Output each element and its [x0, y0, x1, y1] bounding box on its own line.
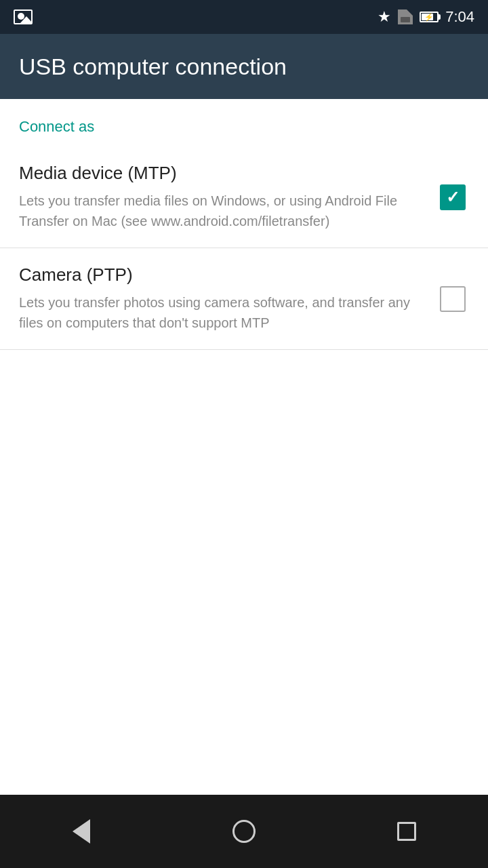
svg-rect-1: [401, 17, 410, 22]
nav-bar: [0, 795, 488, 868]
mtp-checkbox[interactable]: [436, 181, 469, 214]
mtp-description: Lets you transfer media files on Windows…: [19, 191, 423, 231]
status-bar-right: ★ ⚡ 7:04: [378, 8, 474, 26]
ptp-checkbox[interactable]: [436, 283, 469, 315]
ptp-title: Camera (PTP): [19, 264, 423, 285]
mtp-checkbox-checked: [440, 184, 466, 210]
home-icon: [232, 820, 256, 843]
recents-icon: [397, 822, 416, 841]
section-header: Connect as: [0, 99, 488, 146]
back-button[interactable]: [54, 811, 108, 852]
sim-icon: [398, 9, 413, 24]
section-label: Connect as: [19, 118, 94, 135]
image-icon: [14, 9, 33, 24]
mtp-content: Media device (MTP) Lets you transfer med…: [19, 163, 436, 231]
home-button[interactable]: [217, 811, 271, 852]
toolbar: USB computer connection: [0, 34, 488, 99]
ptp-description: Lets you transfer photos using camera so…: [19, 292, 423, 333]
status-time: 7:04: [445, 8, 474, 26]
recents-button[interactable]: [380, 811, 434, 852]
page-title: USB computer connection: [19, 54, 287, 80]
star-icon: ★: [378, 8, 391, 26]
ptp-content: Camera (PTP) Lets you transfer photos us…: [19, 264, 436, 333]
ptp-option[interactable]: Camera (PTP) Lets you transfer photos us…: [0, 248, 488, 350]
mtp-option[interactable]: Media device (MTP) Lets you transfer med…: [0, 146, 488, 248]
mtp-title: Media device (MTP): [19, 163, 423, 184]
status-bar: ★ ⚡ 7:04: [0, 0, 488, 34]
ptp-checkbox-unchecked: [440, 286, 466, 312]
status-bar-left: [14, 9, 378, 24]
battery-icon: ⚡: [420, 12, 439, 22]
back-icon: [73, 819, 90, 844]
content-area: Connect as Media device (MTP) Lets you t…: [0, 99, 488, 795]
